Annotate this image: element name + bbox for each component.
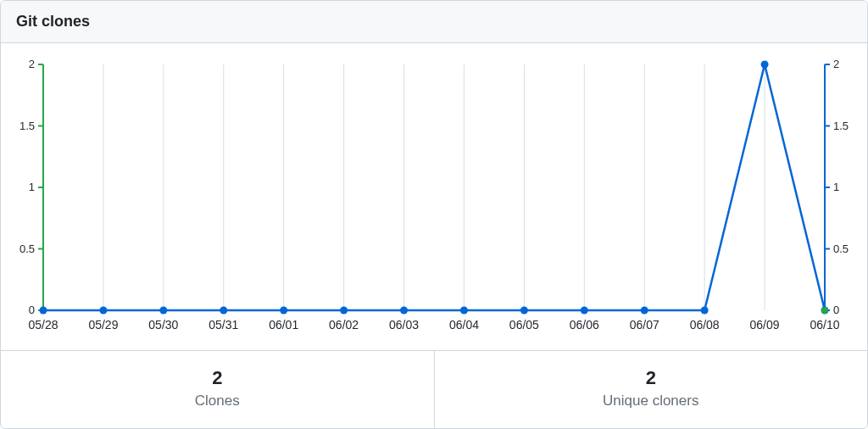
x-tick-label: 06/02 bbox=[329, 318, 359, 332]
y-tick-label-right: 1 bbox=[833, 181, 839, 193]
summary-uniques-label: Unique cloners bbox=[435, 393, 868, 410]
chart-area: 00.511.5200.511.5205/2805/2905/3005/3106… bbox=[1, 43, 867, 350]
summary-row: 2 Clones 2 Unique cloners bbox=[1, 350, 867, 428]
clones-point[interactable] bbox=[581, 307, 588, 315]
y-tick-label-left: 1.5 bbox=[19, 120, 35, 132]
summary-clones-label: Clones bbox=[1, 393, 434, 410]
y-tick-label-right: 0.5 bbox=[833, 242, 849, 255]
x-tick-label: 05/28 bbox=[28, 318, 58, 332]
summary-uniques: 2 Unique cloners bbox=[434, 351, 868, 428]
clones-point[interactable] bbox=[220, 307, 227, 315]
x-tick-label: 06/01 bbox=[269, 318, 298, 332]
clones-point[interactable] bbox=[761, 61, 769, 69]
x-tick-label: 06/09 bbox=[750, 318, 780, 332]
panel-header: Git clones bbox=[1, 1, 867, 43]
x-tick-label: 06/03 bbox=[389, 318, 419, 332]
clones-point[interactable] bbox=[340, 307, 348, 315]
clones-chart: 00.511.5200.511.5205/2805/2905/3005/3106… bbox=[1, 43, 867, 340]
x-tick-label: 06/05 bbox=[509, 318, 539, 332]
x-tick-label: 06/04 bbox=[449, 318, 479, 332]
x-tick-label: 06/06 bbox=[570, 318, 599, 332]
clones-point[interactable] bbox=[701, 307, 709, 315]
x-tick-label: 05/31 bbox=[209, 318, 238, 332]
clones-point[interactable] bbox=[40, 307, 47, 315]
clones-point[interactable] bbox=[159, 307, 167, 315]
clones-point[interactable] bbox=[460, 307, 468, 315]
clones-point[interactable] bbox=[641, 307, 648, 315]
git-clones-panel: Git clones 00.511.5200.511.5205/2805/290… bbox=[0, 0, 868, 429]
panel-title: Git clones bbox=[16, 13, 852, 31]
y-tick-label-left: 2 bbox=[29, 58, 35, 70]
summary-clones-value: 2 bbox=[1, 366, 434, 391]
y-tick-label-left: 1 bbox=[29, 181, 35, 193]
y-tick-label-right: 0 bbox=[833, 304, 839, 316]
clones-point[interactable] bbox=[520, 307, 528, 315]
summary-clones: 2 Clones bbox=[1, 351, 434, 428]
uniques-point[interactable] bbox=[821, 307, 828, 314]
y-tick-label-right: 2 bbox=[833, 58, 839, 70]
x-tick-label: 05/30 bbox=[148, 318, 178, 332]
x-tick-label: 06/08 bbox=[690, 318, 720, 332]
x-tick-label: 06/10 bbox=[810, 318, 839, 332]
x-tick-label: 06/07 bbox=[630, 318, 659, 332]
summary-uniques-value: 2 bbox=[435, 366, 868, 391]
clones-point[interactable] bbox=[400, 307, 408, 315]
y-tick-label-left: 0 bbox=[29, 304, 35, 316]
series-clones-line bbox=[43, 64, 825, 310]
y-tick-label-right: 1.5 bbox=[833, 120, 849, 132]
clones-point[interactable] bbox=[280, 307, 287, 315]
clones-point[interactable] bbox=[99, 307, 107, 315]
y-tick-label-left: 0.5 bbox=[19, 242, 35, 255]
x-tick-label: 05/29 bbox=[88, 318, 118, 332]
